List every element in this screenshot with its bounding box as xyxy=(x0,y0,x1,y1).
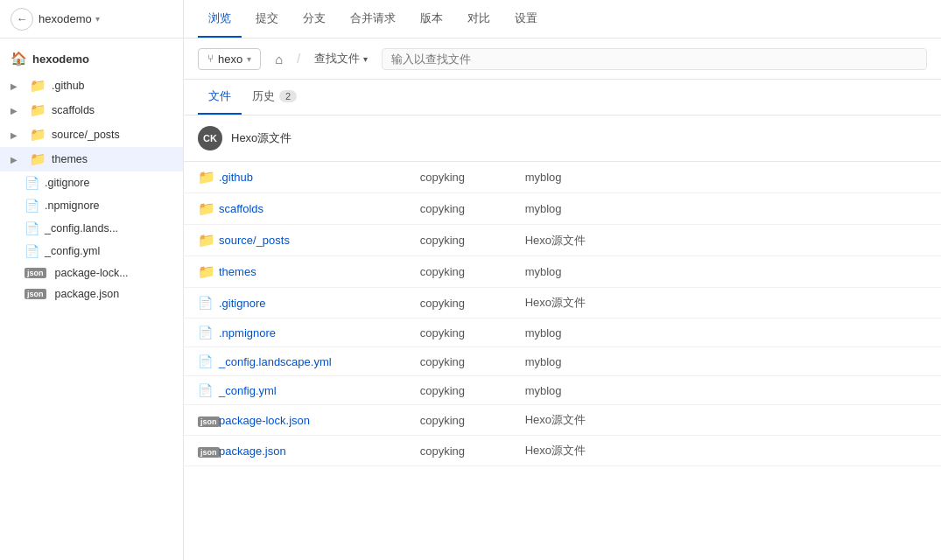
git-branch-icon: ⑂ xyxy=(207,52,214,65)
branch-selector[interactable]: ⑂ hexo ▾ xyxy=(198,48,261,70)
commit-header: CK Hexo源文件 xyxy=(184,116,941,162)
sidebar-item-github[interactable]: ▶ 📁 .github xyxy=(0,74,183,98)
main-layout: 🏠 hexodemo ▶ 📁 .github ▶ 📁 scaffolds ▶ 📁… xyxy=(0,38,941,560)
file-message: myblog xyxy=(525,326,927,340)
json-icon: json xyxy=(25,268,46,278)
repo-caret-icon: ▾ xyxy=(95,14,100,24)
sidebar: 🏠 hexodemo ▶ 📁 .github ▶ 📁 scaffolds ▶ 📁… xyxy=(0,38,184,560)
table-row[interactable]: 📁 themes copyking myblog xyxy=(184,256,941,288)
repo-selector[interactable]: hexodemo ▾ xyxy=(39,12,100,25)
tab-files-label: 文件 xyxy=(208,88,231,104)
table-row[interactable]: 📁 .github copyking myblog xyxy=(184,162,941,193)
branch-name: hexo xyxy=(218,52,242,66)
chevron-right-icon: ▶ xyxy=(11,155,21,164)
back-button[interactable]: ← xyxy=(11,8,33,31)
table-row[interactable]: 📄 .gitignore copyking Hexo源文件 xyxy=(184,288,941,318)
file-author: copyking xyxy=(420,414,525,427)
home-button[interactable]: ⌂ xyxy=(268,48,290,70)
sidebar-item-package-lock[interactable]: json package-lock... xyxy=(0,262,183,284)
file-icon: 📄 xyxy=(198,354,219,368)
file-author: copyking xyxy=(420,326,525,340)
file-icon: 📄 xyxy=(198,326,219,340)
top-bar-left: ← hexodemo ▾ xyxy=(0,0,184,38)
table-row[interactable]: 📄 _config.landscape.yml copyking myblog xyxy=(184,347,941,376)
sidebar-item-label: package.json xyxy=(55,288,120,300)
sidebar-item-label: .npmignore xyxy=(45,200,100,212)
file-name: scaffolds xyxy=(219,202,420,215)
json-file-icon: json xyxy=(198,444,219,458)
branch-caret-icon: ▾ xyxy=(247,54,251,64)
file-name: .github xyxy=(219,171,420,184)
file-author: copyking xyxy=(420,444,525,458)
sidebar-item-config-landscape[interactable]: 📄 _config.lands... xyxy=(0,217,183,240)
breadcrumb-separator: / xyxy=(297,52,300,66)
nav-tab-merge-requests[interactable]: 合并请求 xyxy=(340,0,406,38)
table-row[interactable]: json package-lock.json copyking Hexo源文件 xyxy=(184,405,941,436)
table-row[interactable]: 📁 scaffolds copyking myblog xyxy=(184,193,941,225)
file-list: 📁 .github copyking myblog 📁 scaffolds co… xyxy=(184,162,941,560)
file-icon: 📄 xyxy=(25,176,39,190)
json-file-icon: json xyxy=(198,414,219,427)
file-message: myblog xyxy=(525,265,927,278)
folder-icon: 📁 xyxy=(30,102,46,118)
file-author: copyking xyxy=(420,384,525,397)
file-name: _config.yml xyxy=(219,384,420,397)
sidebar-item-label: .github xyxy=(52,80,85,92)
find-caret-icon: ▾ xyxy=(363,54,368,64)
sidebar-item-scaffolds[interactable]: ▶ 📁 scaffolds xyxy=(0,98,183,122)
file-message: Hexo源文件 xyxy=(525,412,927,428)
file-icon: 📄 xyxy=(25,199,39,213)
sidebar-item-config-yml[interactable]: 📄 _config.yml xyxy=(0,240,183,262)
tab-history[interactable]: 历史 2 xyxy=(242,80,307,115)
nav-tab-branches[interactable]: 分支 xyxy=(292,0,336,38)
file-name: package-lock.json xyxy=(219,414,420,427)
history-count-badge: 2 xyxy=(279,90,297,102)
sidebar-item-themes[interactable]: ▶ 📁 themes xyxy=(0,147,183,172)
table-row[interactable]: 📄 .npmignore copyking myblog xyxy=(184,318,941,347)
file-author: copyking xyxy=(420,297,525,310)
table-row[interactable]: 📄 _config.yml copyking myblog xyxy=(184,376,941,405)
file-name: _config.landscape.yml xyxy=(219,355,420,368)
file-message: Hexo源文件 xyxy=(525,233,927,248)
sidebar-repo-header[interactable]: 🏠 hexodemo xyxy=(0,46,183,74)
sidebar-item-label: _config.lands... xyxy=(45,222,118,234)
nav-tab-settings[interactable]: 设置 xyxy=(504,0,548,38)
file-toolbar: ⑂ hexo ▾ ⌂ / 查找文件 ▾ xyxy=(184,38,941,80)
file-message: Hexo源文件 xyxy=(525,295,927,311)
tab-history-label: 历史 xyxy=(252,88,275,104)
table-row[interactable]: 📁 source/_posts copyking Hexo源文件 xyxy=(184,225,941,256)
nav-tab-browse[interactable]: 浏览 xyxy=(198,0,242,38)
folder-icon: 📁 xyxy=(198,232,219,248)
house-icon: 🏠 xyxy=(11,51,27,66)
file-name: themes xyxy=(219,265,420,278)
sidebar-item-gitignore[interactable]: 📄 .gitignore xyxy=(0,172,183,194)
folder-icon: 📁 xyxy=(198,263,219,280)
avatar: CK xyxy=(198,126,222,150)
file-author: copyking xyxy=(420,265,525,278)
nav-tab-commits[interactable]: 提交 xyxy=(245,0,289,38)
file-author: copyking xyxy=(420,234,525,247)
sidebar-item-source-posts[interactable]: ▶ 📁 source/_posts xyxy=(0,122,183,147)
nav-tab-releases[interactable]: 版本 xyxy=(410,0,453,38)
tab-files[interactable]: 文件 xyxy=(198,80,242,115)
folder-icon: 📁 xyxy=(30,127,46,143)
find-files-button[interactable]: 查找文件 ▾ xyxy=(307,47,375,70)
nav-tabs: 浏览 提交 分支 合并请求 版本 对比 设置 xyxy=(184,0,562,38)
file-message: myblog xyxy=(525,202,927,215)
sidebar-item-npmignore[interactable]: 📄 .npmignore xyxy=(0,194,183,217)
sidebar-item-label: .gitignore xyxy=(45,177,89,189)
nav-tab-compare[interactable]: 对比 xyxy=(457,0,501,38)
json-icon: json xyxy=(25,289,46,299)
file-icon: 📄 xyxy=(198,296,219,310)
sidebar-item-label: package-lock... xyxy=(55,267,129,279)
file-author: copyking xyxy=(420,171,525,184)
sidebar-item-package-json[interactable]: json package.json xyxy=(0,284,183,304)
table-row[interactable]: json package.json copyking Hexo源文件 xyxy=(184,436,941,466)
folder-icon: 📁 xyxy=(198,200,219,217)
sidebar-item-label: themes xyxy=(52,153,88,165)
search-input[interactable] xyxy=(382,48,927,70)
file-author: copyking xyxy=(420,355,525,368)
folder-icon: 📁 xyxy=(30,78,46,94)
repo-name-label: hexodemo xyxy=(39,12,92,25)
file-name: package.json xyxy=(219,444,420,458)
